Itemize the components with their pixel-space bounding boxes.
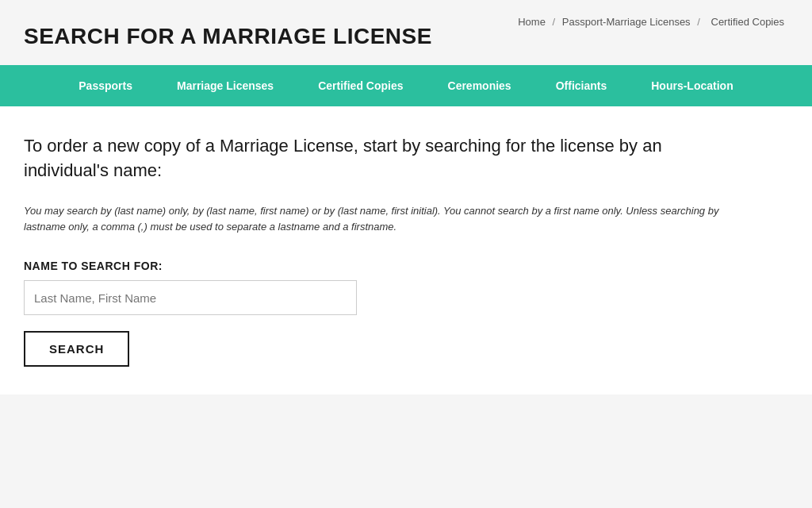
nav-item-marriage-licenses[interactable]: Marriage Licenses [155, 65, 296, 106]
search-input[interactable] [24, 280, 357, 315]
nav-item-officiants[interactable]: Officiants [534, 65, 630, 106]
breadcrumb-separator-2: / [697, 16, 700, 28]
nav-item-hours-location[interactable]: Hours-Location [629, 65, 755, 106]
instructions-text: You may search by (last name) only, by (… [24, 203, 722, 237]
intro-text: To order a new copy of a Marriage Licens… [24, 134, 737, 183]
breadcrumb-separator-1: / [553, 16, 556, 28]
search-button[interactable]: SEARCH [24, 331, 129, 367]
main-content: To order a new copy of a Marriage Licens… [0, 106, 812, 394]
breadcrumb-parent[interactable]: Passport-Marriage Licenses [562, 16, 691, 28]
breadcrumb: Home / Passport-Marriage Licenses / Cert… [518, 16, 788, 28]
header-section: SEARCH FOR A MARRIAGE LICENSE Home / Pas… [0, 0, 812, 65]
nav-item-ceremonies[interactable]: Ceremonies [426, 65, 534, 106]
name-field-label: NAME TO SEARCH FOR: [24, 260, 788, 272]
breadcrumb-current: Certified Copies [711, 16, 785, 28]
nav-item-certified-copies[interactable]: Certified Copies [296, 65, 425, 106]
breadcrumb-home[interactable]: Home [518, 16, 546, 28]
nav-item-passports[interactable]: Passports [56, 65, 155, 106]
nav-bar: Passports Marriage Licenses Certified Co… [0, 65, 812, 106]
